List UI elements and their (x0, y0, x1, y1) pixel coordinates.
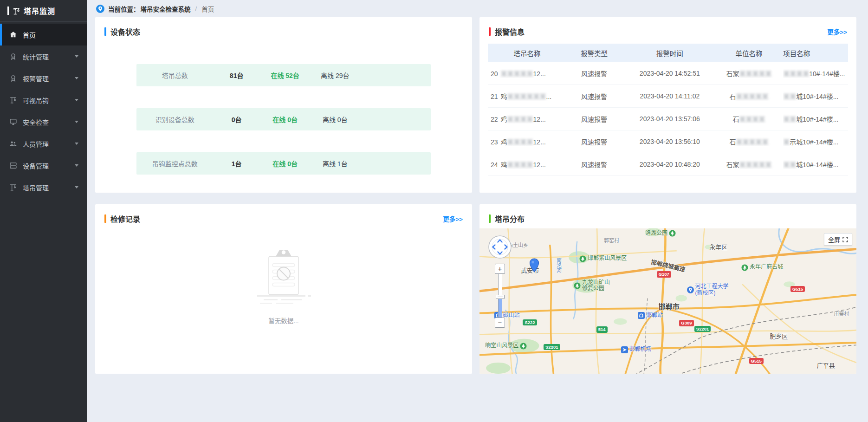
map-overlay: 洛湖公园邯郸紫山风景区永年广府古城九龙山矿山修复公园河北工程大学(新校区)磁山站… (479, 228, 856, 374)
panel-title: 检修记录 (110, 213, 140, 224)
sidebar-item-label: 统计管理 (23, 52, 49, 61)
park-poi-icon (520, 343, 527, 350)
poi-label: 邯郸紫山风景区 (588, 255, 627, 262)
crane-location-pin[interactable] (528, 258, 540, 273)
stat-row-crane-total: 塔吊总数 81台 在线 52台 离线 29台 (136, 64, 430, 86)
sidebar-item-statistics[interactable]: 统计管理 (0, 45, 87, 67)
alarm-more-link[interactable]: 更多>> (827, 27, 847, 36)
stat-row-recognition-devices: 识别设备总数 0台 在线 0台 离线 0台 (136, 108, 430, 130)
road-shield: G107 (657, 271, 671, 277)
zoom-slider-handle[interactable] (496, 295, 505, 299)
map-poi[interactable]: 邯郸站 (638, 312, 663, 319)
map-poi[interactable]: 邯郸紫山风景区 (579, 255, 627, 262)
map-poi[interactable]: 洛湖公园 (645, 230, 676, 237)
map-poi[interactable]: 邯郸机场 (621, 346, 652, 353)
chevron-down-icon (75, 186, 78, 188)
monitor-icon (9, 118, 17, 126)
sidebar-item-label: 首页 (23, 30, 36, 39)
panel-title: 报警信息 (495, 26, 525, 37)
road-shield: G515 (749, 358, 764, 364)
road-shield: S2201 (694, 326, 711, 332)
poi-label: 邯郸站 (646, 312, 663, 319)
map-label-district: 广平县 (817, 361, 835, 370)
stat-online: 在线 0台 (260, 159, 310, 168)
breadcrumb-current[interactable]: 首页 (201, 4, 214, 13)
map-poi[interactable]: 响堂山风景区 (485, 343, 527, 350)
stat-online: 在线 0台 (260, 115, 310, 124)
road-shield: S222 (523, 319, 537, 325)
park-poi-icon (669, 230, 676, 237)
chevron-down-icon (75, 121, 78, 123)
map-poi[interactable]: 永年广府古城 (741, 264, 783, 271)
sidebar-item-label: 设备管理 (23, 161, 49, 170)
sidebar-item-home[interactable]: 首页 (0, 24, 87, 45)
device-status-header: 设备状态 (95, 17, 472, 43)
poi-label: 九龙山矿山修复公园 (582, 279, 610, 292)
sidebar-item-personnel[interactable]: 人员管理 (0, 133, 87, 155)
chevron-down-icon (75, 164, 78, 167)
sidebar-divider (0, 21, 87, 22)
dashboard-grid: 设备状态 塔吊总数 81台 在线 52台 离线 29台 识别设备总数 0台 在线… (95, 17, 856, 374)
poi-label: 永年广府古城 (750, 264, 783, 271)
sidebar-item-visual-hook[interactable]: 可视吊钩 (0, 89, 87, 111)
map-zoom-control: + − (495, 264, 505, 328)
poi-label: 河北工程大学(新校区) (695, 284, 729, 297)
map-poi[interactable]: 九龙山矿山修复公园 (574, 279, 610, 292)
stat-total: 1台 (213, 159, 260, 168)
stat-offline: 离线 1台 (310, 159, 360, 168)
sidebar-item-alarm[interactable]: 报警管理 (0, 67, 87, 89)
stat-offline: 离线 0台 (310, 115, 360, 124)
crane-icon (9, 183, 17, 191)
chevron-down-icon (75, 143, 78, 145)
crane-logo-icon (12, 6, 20, 15)
alarm-row: 23鸡某某某某12... 风速报警 2023-04-20 13:56:10 石某… (488, 130, 848, 153)
chevron-down-icon (75, 77, 78, 79)
sidebar-item-equipment[interactable]: 设备管理 (0, 155, 87, 176)
panel-accent-bar (489, 27, 491, 36)
park-poi-icon (574, 282, 581, 289)
maintenance-more-link[interactable]: 更多>> (443, 214, 463, 223)
poi-label: 响堂山风景区 (485, 343, 518, 349)
map-pan-control[interactable] (488, 235, 512, 259)
sidebar-item-label: 人员管理 (23, 139, 49, 149)
map-fullscreen-button[interactable]: 全屏 (824, 233, 852, 246)
stat-label: 吊钩监控点总数 (136, 159, 213, 168)
sidebar-item-crane[interactable]: 塔吊管理 (0, 176, 87, 198)
chevron-down-icon (75, 99, 78, 101)
alarm-row: 21鸡某某某某某某... 风速报警 2023-04-20 14:11:02 石某… (488, 85, 848, 108)
alarm-row: 24鸡某某某某12... 风速报警 2023-04-20 10:48:20 石家… (488, 153, 848, 176)
sidebar: 塔吊监测 首页 统计管理 报警管理 可视吊钩 安全检查 (0, 0, 87, 422)
map-label-village: 郭窑村 (604, 236, 619, 244)
park-poi-icon (741, 264, 748, 271)
device-status-panel: 设备状态 塔吊总数 81台 在线 52台 离线 29台 识别设备总数 0台 在线… (95, 17, 472, 193)
zoom-track[interactable] (498, 274, 502, 318)
breadcrumb-separator: / (195, 5, 197, 12)
col-alarm-type: 报警类型 (564, 48, 625, 58)
sidebar-item-label: 塔吊管理 (23, 183, 49, 192)
map-poi[interactable]: 河北工程大学(新校区) (687, 284, 729, 297)
stat-label: 塔吊总数 (136, 71, 213, 80)
panel-accent-bar (104, 27, 106, 36)
people-icon (9, 140, 17, 148)
col-crane-name: 塔吊名称 (488, 48, 564, 58)
map-label-river: 南洺河 (555, 258, 562, 273)
col-project-name: 项目名称 (783, 48, 848, 58)
distribution-panel: 塔吊分布 (479, 204, 856, 374)
map-canvas[interactable]: 洛湖公园邯郸紫山风景区永年广府古城九龙山矿山修复公园河北工程大学(新校区)磁山站… (479, 228, 856, 374)
crane-icon (9, 96, 17, 104)
sidebar-item-safety-check[interactable]: 安全检查 (0, 111, 87, 133)
plane-poi-icon (621, 346, 628, 353)
zoom-out-button[interactable]: − (495, 318, 505, 328)
poi-label: 洛湖公园 (645, 230, 667, 237)
empty-text: 暂无数据... (268, 316, 298, 325)
app-logo: 塔吊监测 (0, 0, 87, 21)
map-label-district: 肥乡区 (770, 331, 788, 340)
map-label-city: 邯郸市 (659, 301, 680, 311)
zoom-in-button[interactable]: + (495, 264, 505, 274)
panel-title: 设备状态 (110, 26, 140, 37)
sidebar-item-label: 报警管理 (23, 74, 49, 83)
alarm-table-header: 塔吊名称 报警类型 报警时间 单位名称 项目名称 (488, 44, 848, 62)
maintenance-panel: 检修记录 更多>> (95, 204, 472, 374)
fullscreen-label: 全屏 (828, 235, 840, 244)
alarm-info-header: 报警信息 更多>> (479, 17, 856, 43)
